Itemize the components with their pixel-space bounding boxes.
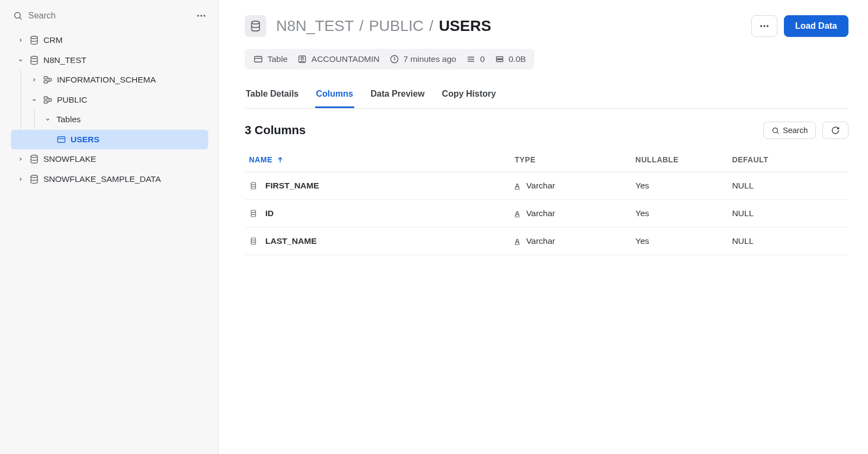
svg-rect-10 [44, 97, 47, 99]
svg-rect-9 [49, 79, 52, 81]
tree-item-snowflake[interactable]: SNOWFLAKE [10, 149, 208, 169]
sidebar-more-button[interactable] [194, 9, 208, 23]
columns-count-title: 3 Columns [245, 123, 305, 137]
tree-label: Tables [56, 115, 81, 124]
svg-rect-21 [254, 56, 262, 62]
tree-label: SNOWFLAKE [43, 154, 96, 164]
schema-icon [43, 75, 53, 85]
breadcrumb: N8N_TEST / PUBLIC / USERS [276, 17, 491, 35]
rows-icon [466, 54, 476, 64]
svg-point-15 [31, 155, 37, 158]
sort-asc-icon [277, 156, 284, 163]
svg-point-31 [773, 128, 778, 133]
load-data-button[interactable]: Load Data [784, 15, 848, 37]
chevron-right-icon [16, 156, 25, 162]
col-header-type[interactable]: TYPE [510, 148, 631, 172]
svg-point-4 [203, 15, 205, 16]
tree-item-tables[interactable]: Tables [11, 110, 208, 130]
tabs: Table Details Columns Data Preview Copy … [245, 84, 848, 109]
sidebar-search[interactable] [13, 11, 115, 21]
tree-label: PUBLIC [57, 95, 87, 105]
tree-item-public[interactable]: PUBLIC [10, 90, 208, 110]
tree-label: CRM [43, 35, 62, 45]
col-header-default[interactable]: DEFAULT [727, 148, 848, 172]
tree-label: SNOWFLAKE_SAMPLE_DATA [43, 174, 161, 184]
svg-rect-40 [251, 238, 256, 244]
col-header-nullable[interactable]: NULLABLE [631, 148, 727, 172]
chevron-down-icon [43, 117, 52, 122]
tab-copy-history[interactable]: Copy History [441, 84, 497, 108]
svg-point-3 [200, 15, 202, 16]
column-icon [249, 181, 258, 190]
refresh-icon [831, 126, 840, 135]
breadcrumb-schema[interactable]: PUBLIC [369, 17, 424, 35]
svg-point-5 [31, 36, 37, 39]
svg-point-20 [767, 25, 768, 27]
chevron-down-icon [30, 97, 39, 103]
svg-rect-7 [44, 77, 47, 79]
chevron-right-icon [16, 37, 25, 43]
columns-search-button[interactable]: Search [763, 122, 816, 139]
table-icon [56, 135, 66, 144]
meta-time: 7 minutes ago [390, 54, 456, 64]
svg-point-0 [15, 12, 21, 18]
tree-label: N8N_TEST [43, 55, 86, 65]
main-content: N8N_TEST / PUBLIC / USERS Load Data Tabl… [219, 0, 868, 454]
svg-rect-13 [58, 137, 65, 143]
storage-icon [495, 54, 505, 64]
database-icon [29, 35, 39, 45]
svg-point-18 [760, 25, 762, 27]
svg-point-16 [31, 175, 37, 178]
refresh-button[interactable] [822, 122, 848, 139]
columns-table: NAME TYPE NULLABLE DEFAULT FIRST_NAME AV… [245, 148, 848, 255]
tab-data-preview[interactable]: Data Preview [369, 84, 426, 108]
svg-line-32 [777, 132, 778, 134]
database-icon [29, 154, 39, 164]
svg-point-19 [763, 25, 765, 27]
column-icon [249, 209, 258, 218]
svg-point-6 [31, 56, 37, 59]
table-row[interactable]: ID AVarchar Yes NULL [245, 200, 848, 228]
meta-size: 0.0B [495, 54, 526, 64]
tree-item-crm[interactable]: CRM [10, 30, 208, 51]
tree-label: USERS [71, 135, 99, 144]
sidebar: CRM N8N_TEST INFORMATION_SCHEMA PUBLIC [0, 0, 219, 454]
breadcrumb-db[interactable]: N8N_TEST [276, 17, 354, 35]
breadcrumb-table: USERS [439, 17, 491, 35]
svg-rect-12 [49, 99, 52, 102]
more-actions-button[interactable] [751, 15, 777, 37]
svg-point-2 [197, 15, 199, 16]
table-row[interactable]: FIRST_NAME AVarchar Yes NULL [245, 172, 848, 200]
schema-icon [43, 95, 53, 105]
search-icon [771, 127, 780, 135]
search-icon [13, 11, 23, 21]
tab-columns[interactable]: Columns [315, 84, 354, 108]
svg-line-1 [20, 17, 21, 19]
tree-label: INFORMATION_SCHEMA [57, 75, 156, 85]
table-row[interactable]: LAST_NAME AVarchar Yes NULL [245, 228, 848, 255]
varchar-icon: A [515, 210, 520, 218]
svg-rect-30 [496, 60, 503, 62]
svg-rect-34 [251, 182, 256, 189]
chevron-down-icon [16, 58, 25, 63]
svg-rect-37 [251, 210, 256, 217]
tree-item-users[interactable]: USERS [11, 130, 208, 150]
tree-item-information-schema[interactable]: INFORMATION_SCHEMA [10, 70, 208, 90]
search-input[interactable] [28, 11, 115, 21]
svg-rect-8 [44, 81, 47, 84]
meta-object-type: Table [253, 54, 288, 64]
meta-bar: Table ACCOUNTADMIN 7 minutes ago 0 0.0B [245, 49, 534, 70]
varchar-icon: A [515, 182, 520, 190]
table-header-icon [245, 15, 266, 37]
chevron-right-icon [16, 176, 25, 182]
meta-rows: 0 [466, 54, 485, 64]
column-icon [249, 237, 258, 245]
svg-rect-29 [496, 57, 503, 59]
tree-item-n8n-test[interactable]: N8N_TEST [10, 51, 208, 71]
tab-table-details[interactable]: Table Details [245, 84, 300, 108]
role-icon [297, 54, 307, 64]
col-header-name[interactable]: NAME [245, 148, 510, 172]
tree-item-sample-data[interactable]: SNOWFLAKE_SAMPLE_DATA [10, 169, 208, 190]
varchar-icon: A [515, 237, 520, 245]
meta-role: ACCOUNTADMIN [297, 54, 379, 64]
